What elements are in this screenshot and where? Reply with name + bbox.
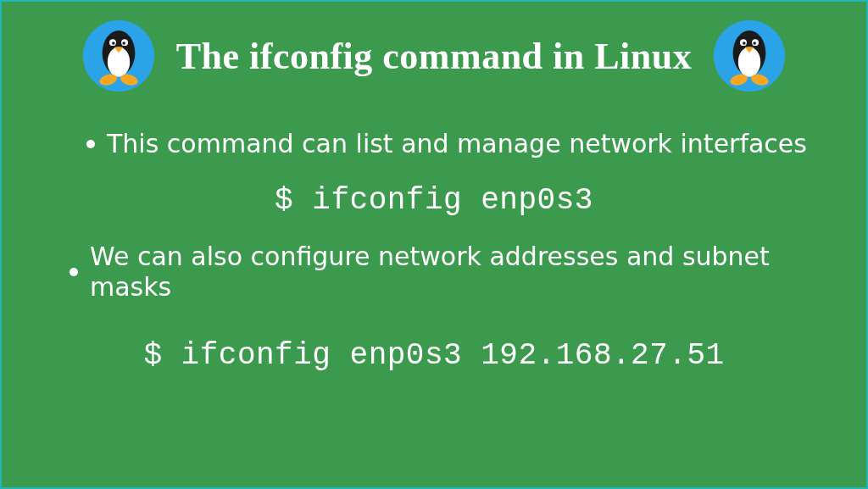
tux-icon <box>712 19 787 93</box>
command-example: $ ifconfig enp0s3 <box>36 183 832 218</box>
tux-icon <box>81 19 156 93</box>
svg-point-6 <box>122 42 125 45</box>
bullet-text: This command can list and manage network… <box>107 129 807 159</box>
svg-point-5 <box>112 42 115 45</box>
command-example: $ ifconfig enp0s3 192.168.27.51 <box>36 338 832 373</box>
bullet-item: This command can list and manage network… <box>36 129 832 159</box>
bullet-item: We can also configure network addresses … <box>36 242 832 303</box>
svg-point-15 <box>754 42 757 45</box>
header: The ifconfig command in Linux <box>2 2 866 102</box>
content-area: This command can list and manage network… <box>2 102 866 373</box>
bullet-text: We can also configure network addresses … <box>90 242 832 303</box>
page-title: The ifconfig command in Linux <box>176 35 693 78</box>
svg-point-14 <box>743 42 746 45</box>
bullet-dot-icon <box>86 140 95 148</box>
bullet-dot-icon <box>70 268 78 276</box>
